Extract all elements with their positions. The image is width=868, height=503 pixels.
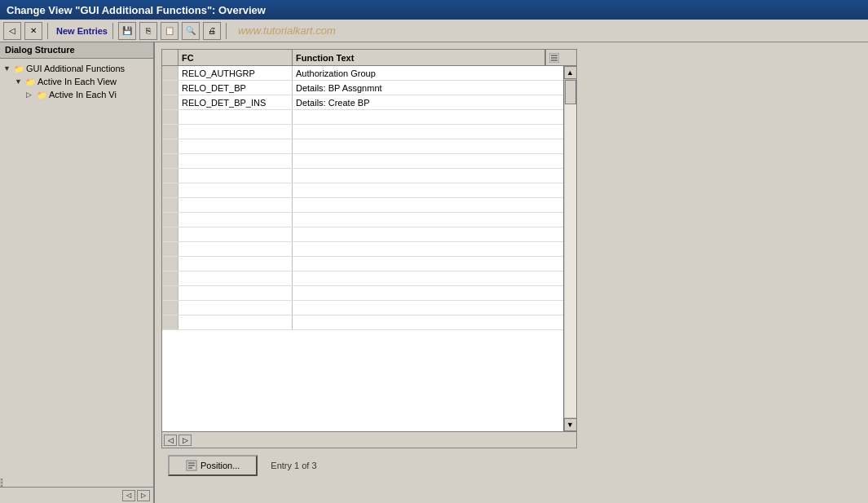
table-row[interactable] [162, 227, 563, 242]
folder-node2-icon: 📁 [36, 89, 47, 100]
row-num-5 [162, 125, 178, 139]
expand-node1-icon: ▼ [15, 77, 23, 86]
h-scroll-right-btn[interactable]: ▷ [178, 435, 192, 446]
separator-2 [112, 23, 113, 39]
title-text: Change View "GUI Additional Functions": … [7, 4, 266, 16]
entry-info: Entry 1 of 3 [271, 461, 316, 470]
left-panel: Dialog Structure ▼ 📁 GUI Additional Func… [0, 42, 155, 503]
tree-item-node2[interactable]: ▷ 📁 Active In Each Vi [0, 88, 153, 101]
position-button[interactable]: Position... [168, 455, 258, 476]
tree-item-node1[interactable]: ▼ 📁 Active In Each View [0, 75, 153, 88]
right-panel: FC Function Text [155, 42, 868, 503]
position-btn-label: Position... [200, 461, 240, 470]
table-row[interactable] [162, 271, 563, 286]
h-scroll-left-btn[interactable]: ◁ [164, 435, 177, 446]
find-btn[interactable]: 🔍 [182, 22, 200, 40]
tree-item-node2-label: Active In Each Vi [49, 90, 117, 99]
row-text-5[interactable] [293, 125, 545, 139]
table-row[interactable] [162, 125, 563, 139]
resize-dots [1, 479, 2, 487]
exit-btn[interactable]: ✕ [24, 22, 42, 40]
table-rows-area: RELO_AUTHGRP Authorization Group RELO_DE… [162, 66, 563, 431]
expand-node2-icon: ▷ [26, 90, 34, 99]
th-fc-label: FC [182, 53, 194, 63]
table-row[interactable] [162, 110, 563, 125]
tree-item-node1-label: Active In Each View [37, 77, 117, 86]
print-btn[interactable]: 🖨 [203, 22, 221, 40]
tree-item-root-label: GUI Additional Functions [26, 64, 125, 73]
tree-area: ▼ 📁 GUI Additional Functions ▼ 📁 Active … [0, 59, 153, 479]
row-fc-4[interactable] [178, 110, 293, 124]
title-bar: Change View "GUI Additional Functions": … [0, 0, 868, 20]
row-fc-1[interactable]: RELO_AUTHGRP [178, 66, 293, 80]
main-content: Dialog Structure ▼ 📁 GUI Additional Func… [0, 42, 868, 503]
table-row[interactable] [162, 242, 563, 257]
row-fc-5[interactable] [178, 125, 293, 139]
row-text-3[interactable]: Details: Create BP [293, 95, 545, 109]
left-panel-bottom: ◁ ▷ [0, 487, 153, 503]
th-function-text: Function Text [293, 50, 545, 65]
back-btn[interactable]: ◁ [3, 22, 21, 40]
table-row[interactable] [162, 154, 563, 169]
table-row[interactable] [162, 139, 563, 154]
expand-root-icon: ▼ [3, 64, 11, 73]
table-row[interactable] [162, 183, 563, 198]
table-body: RELO_AUTHGRP Authorization Group RELO_DE… [162, 66, 576, 431]
folder-root-icon: 📁 [13, 63, 24, 74]
scroll-up-btn[interactable]: ▲ [564, 66, 577, 79]
table-row[interactable] [162, 169, 563, 183]
data-table: FC Function Text [161, 49, 577, 448]
separator-3 [226, 23, 227, 39]
row-text-4[interactable] [293, 110, 545, 124]
th-function-text-label: Function Text [296, 53, 354, 63]
row-num-2 [162, 81, 178, 95]
vertical-resize-handle[interactable] [0, 479, 3, 487]
th-row-num [162, 50, 178, 65]
row-num-3 [162, 95, 178, 109]
scroll-down-btn[interactable]: ▼ [564, 418, 577, 431]
h-scroll-area: ◁ ▷ [164, 435, 192, 446]
scroll-track[interactable] [564, 79, 577, 418]
th-fc: FC [178, 50, 293, 65]
table-row[interactable] [162, 315, 563, 330]
row-num-1 [162, 66, 178, 80]
panel-title: Dialog Structure [0, 42, 153, 59]
table-row[interactable]: RELO_DET_BP Details: BP Assgnmnt [162, 81, 563, 95]
table-row[interactable]: RELO_DET_BP_INS Details: Create BP [162, 95, 563, 110]
row-num-4 [162, 110, 178, 124]
paste-btn[interactable]: 📋 [161, 22, 178, 40]
save-btn[interactable]: 💾 [118, 22, 136, 40]
position-icon [186, 460, 197, 471]
bottom-bar: Position... Entry 1 of 3 [161, 448, 861, 483]
scroll-thumb[interactable] [565, 80, 576, 104]
watermark-text: www.tutorialkart.com [238, 24, 336, 37]
copy-btn[interactable]: ⎘ [139, 22, 157, 40]
row-fc-3[interactable]: RELO_DET_BP_INS [178, 95, 293, 109]
new-entries-label[interactable]: New Entries [56, 26, 108, 36]
toolbar: ◁ ✕ New Entries 💾 ⎘ 📋 🔍 🖨 www.tutorialka… [0, 20, 868, 42]
table-row[interactable] [162, 286, 563, 301]
left-scroll-left-btn[interactable]: ◁ [122, 490, 135, 501]
folder-node1-icon: 📁 [24, 76, 36, 87]
row-text-2[interactable]: Details: BP Assgnmnt [293, 81, 545, 95]
vertical-scrollbar: ▲ ▼ [563, 66, 576, 431]
th-corner-icon[interactable] [545, 50, 562, 65]
row-text-1[interactable]: Authorization Group [293, 66, 545, 80]
tree-item-root[interactable]: ▼ 📁 GUI Additional Functions [0, 62, 153, 75]
table-row[interactable]: RELO_AUTHGRP Authorization Group [162, 66, 563, 81]
table-header: FC Function Text [162, 50, 576, 66]
table-row[interactable] [162, 301, 563, 315]
row-fc-2[interactable]: RELO_DET_BP [178, 81, 293, 95]
table-footer: ◁ ▷ [162, 431, 576, 448]
table-row[interactable] [162, 198, 563, 213]
separator-1 [47, 23, 48, 39]
table-settings-icon [549, 53, 559, 63]
left-scroll-right-btn[interactable]: ▷ [137, 490, 150, 501]
table-row[interactable] [162, 257, 563, 271]
table-row[interactable] [162, 213, 563, 227]
